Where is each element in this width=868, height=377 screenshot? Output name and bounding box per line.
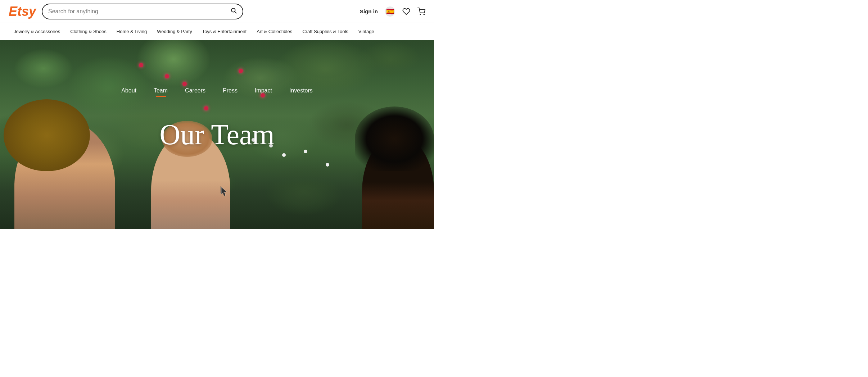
secondary-nav: About Team Careers Press Impact Investor… bbox=[0, 81, 434, 95]
nav-item-home[interactable]: Home & Living bbox=[112, 23, 152, 40]
cursor-indicator bbox=[221, 186, 228, 196]
person-left bbox=[14, 121, 115, 229]
header-actions: Sign in 🇪🇸 bbox=[360, 6, 425, 17]
search-input[interactable] bbox=[48, 8, 227, 15]
svg-point-2 bbox=[420, 14, 421, 15]
hero-title: Our Team bbox=[159, 118, 275, 151]
search-icon[interactable] bbox=[230, 7, 237, 15]
etsy-logo[interactable]: Etsy bbox=[9, 5, 36, 18]
sign-in-button[interactable]: Sign in bbox=[360, 8, 378, 14]
nav-item-art[interactable]: Art & Collectibles bbox=[252, 23, 297, 40]
sec-nav-investors[interactable]: Investors bbox=[289, 87, 313, 95]
nav-item-clothing[interactable]: Clothing & Shoes bbox=[65, 23, 111, 40]
nav-item-toys[interactable]: Toys & Entertainment bbox=[197, 23, 252, 40]
sec-nav-impact[interactable]: Impact bbox=[255, 87, 272, 95]
category-nav: Jewelry & Accessories Clothing & Shoes H… bbox=[0, 23, 434, 40]
sec-nav-press[interactable]: Press bbox=[223, 87, 238, 95]
svg-point-3 bbox=[424, 14, 424, 15]
nav-item-vintage[interactable]: Vintage bbox=[353, 23, 379, 40]
sec-nav-team[interactable]: Team bbox=[154, 87, 168, 95]
cart-button[interactable] bbox=[417, 8, 425, 15]
nav-item-jewelry[interactable]: Jewelry & Accessories bbox=[9, 23, 65, 40]
search-bar bbox=[42, 4, 243, 19]
sec-nav-about[interactable]: About bbox=[121, 87, 136, 95]
nav-item-craft[interactable]: Craft Supplies & Tools bbox=[297, 23, 353, 40]
svg-line-1 bbox=[235, 12, 236, 13]
nav-item-wedding[interactable]: Wedding & Party bbox=[152, 23, 197, 40]
person-right bbox=[362, 135, 434, 229]
header: Etsy Sign in 🇪🇸 bbox=[0, 0, 434, 23]
sec-nav-careers[interactable]: Careers bbox=[185, 87, 205, 95]
hero-section: About Team Careers Press Impact Investor… bbox=[0, 40, 434, 229]
language-selector[interactable]: 🇪🇸 bbox=[385, 6, 395, 17]
wishlist-button[interactable] bbox=[402, 8, 410, 15]
